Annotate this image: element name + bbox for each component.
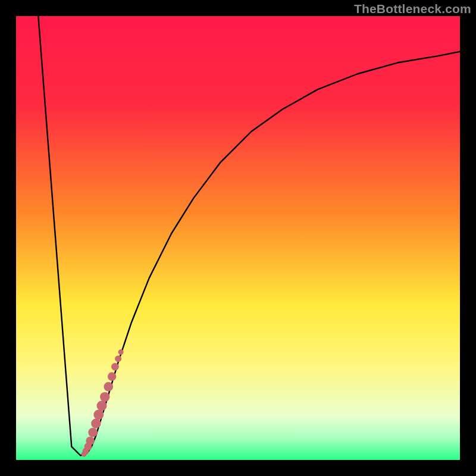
highlight-point [93, 409, 104, 419]
highlight-point [88, 428, 98, 437]
chart-frame: TheBottleneck.com [0, 0, 476, 476]
highlight-point [104, 382, 113, 392]
highlight-point [97, 401, 107, 411]
highlight-point [111, 363, 119, 371]
highlight-points [82, 349, 124, 457]
highlight-point [108, 372, 116, 381]
watermark-text: TheBottleneck.com [354, 2, 471, 16]
highlight-point [115, 355, 121, 362]
highlight-point [100, 392, 109, 402]
highlight-point [91, 419, 101, 428]
plot-area [16, 16, 460, 460]
bottleneck-curve [38, 16, 460, 456]
highlight-point [118, 349, 124, 355]
chart-overlay [16, 16, 460, 460]
highlight-point [86, 437, 94, 445]
